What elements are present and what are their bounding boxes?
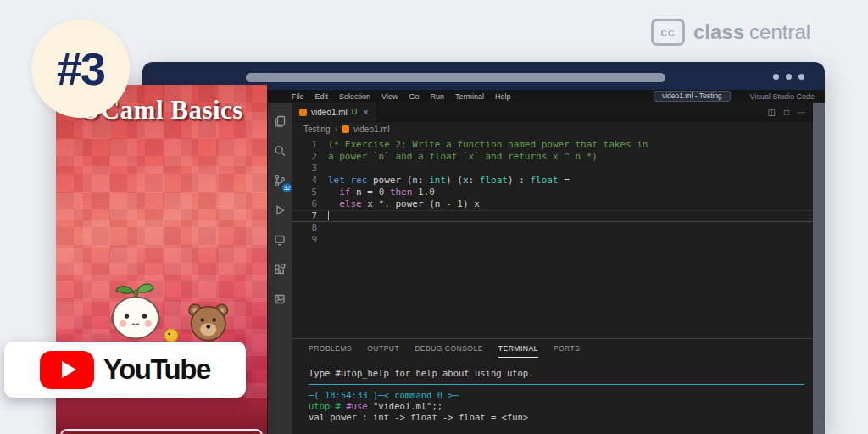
panel-tab-terminal[interactable]: TERMINAL bbox=[498, 339, 538, 358]
tab-label: video1.ml bbox=[311, 108, 348, 117]
cc-logo-icon: cc bbox=[651, 19, 685, 46]
code-token: n = bbox=[351, 186, 379, 198]
menu-bar: FileEditSelectionViewGoRunTerminalHelp v… bbox=[268, 90, 825, 103]
code-token bbox=[328, 198, 339, 209]
window-controls[interactable] bbox=[773, 74, 804, 80]
scm-badge: 32 bbox=[282, 183, 292, 192]
code-token: else bbox=[339, 198, 362, 209]
source-control-icon[interactable]: 32 bbox=[270, 170, 290, 191]
code-token: ) : bbox=[508, 175, 531, 186]
rank-number: #3 bbox=[57, 42, 104, 95]
menu-item-view[interactable]: View bbox=[381, 92, 398, 101]
menu-item-go[interactable]: Go bbox=[409, 92, 419, 101]
terminal-segment: "video1.ml";; bbox=[368, 401, 443, 411]
menu-item-run[interactable]: Run bbox=[430, 92, 444, 101]
terminal-line: utop # #use "video1.ml";; bbox=[309, 401, 804, 412]
code-line[interactable]: 1(* Exercise 2: Write a function named p… bbox=[292, 139, 813, 151]
code-token: : bbox=[418, 175, 429, 186]
line-number: 5 bbox=[292, 186, 328, 198]
tab-bar: video1.ml U × ◫ □ ⋯ bbox=[292, 103, 813, 122]
window-dot-icon[interactable] bbox=[786, 74, 792, 80]
terminal-output[interactable]: Type #utop_help for help about using uto… bbox=[292, 358, 813, 434]
menu-item-selection[interactable]: Selection bbox=[339, 92, 370, 101]
panel-tab-debug-console[interactable]: DEBUG CONSOLE bbox=[415, 339, 483, 358]
code-token: x bbox=[463, 175, 469, 186]
panel-tab-output[interactable]: OUTPUT bbox=[367, 339, 399, 358]
split-editor-icon[interactable]: ◫ bbox=[768, 108, 776, 117]
window-drag-handle[interactable] bbox=[246, 73, 665, 82]
chevron-right-icon: › bbox=[335, 125, 337, 134]
code-token: 1.0 bbox=[418, 186, 435, 198]
code-token: a power `n` and a float `x` and returns … bbox=[328, 151, 598, 162]
code-line[interactable]: 7 bbox=[292, 210, 813, 222]
code-token: (* Exercise 2: Write a function named po… bbox=[328, 139, 648, 150]
code-token: if bbox=[339, 186, 350, 198]
code-text: (* Exercise 2: Write a function named po… bbox=[328, 139, 648, 151]
extensions-icon[interactable] bbox=[270, 259, 290, 280]
code-token: 1 bbox=[457, 198, 463, 209]
explorer-icon[interactable] bbox=[270, 111, 290, 131]
terminal-line: val power : int -> float -> float = <fun… bbox=[309, 412, 804, 423]
terminal-segment: ─( 18:54:33 )─< command 0 >─ bbox=[309, 390, 459, 400]
code-token bbox=[412, 186, 418, 198]
line-number: 4 bbox=[292, 175, 328, 186]
menu-item-file[interactable]: File bbox=[292, 92, 304, 101]
menu-item-help[interactable]: Help bbox=[495, 92, 511, 101]
window-dot-icon[interactable] bbox=[773, 74, 779, 80]
code-text: let rec power (n: int) (x: float) : floa… bbox=[328, 175, 570, 186]
window-dot-icon[interactable] bbox=[798, 74, 804, 80]
promo-frame: Need a Study buddy? Try TamoStudy for fr… bbox=[60, 429, 263, 434]
search-icon[interactable] bbox=[270, 141, 290, 161]
code-line[interactable]: 6 else x *. power (n - 1) x bbox=[292, 198, 813, 210]
panel-tabs: PROBLEMSOUTPUTDEBUG CONSOLETERMINALPORTS bbox=[292, 339, 813, 358]
more-actions-icon[interactable]: ⋯ bbox=[798, 108, 806, 117]
line-number: 7 bbox=[292, 210, 328, 222]
promo-section: Need a Study buddy? Try TamoStudy for fr… bbox=[56, 398, 267, 434]
utop-separator-rule bbox=[309, 379, 804, 390]
layout-icon[interactable]: □ bbox=[784, 108, 789, 117]
character-chick bbox=[161, 329, 178, 342]
live-preview-icon[interactable] bbox=[270, 289, 290, 309]
panel-tab-ports[interactable]: PORTS bbox=[554, 339, 581, 358]
code-token: n bbox=[412, 175, 418, 186]
youtube-banner: YouTube bbox=[4, 342, 246, 398]
code-line[interactable]: 4let rec power (n: int) (x: float) : flo… bbox=[292, 175, 813, 186]
run-debug-icon[interactable] bbox=[270, 200, 290, 220]
code-token bbox=[328, 186, 339, 198]
brand-light: central bbox=[749, 20, 810, 43]
remote-explorer-icon[interactable] bbox=[270, 230, 290, 250]
command-center[interactable]: video1.ml - Testing bbox=[654, 91, 731, 102]
ocaml-file-icon bbox=[342, 125, 349, 133]
panel-tab-problems[interactable]: PROBLEMS bbox=[309, 339, 352, 358]
editor-actions: ◫ □ ⋯ bbox=[768, 103, 814, 121]
app-title: Visual Studio Code bbox=[750, 92, 815, 101]
close-icon[interactable]: × bbox=[363, 107, 368, 117]
code-token: float bbox=[480, 175, 508, 186]
breadcrumb-file[interactable]: video1.ml bbox=[353, 125, 390, 134]
line-number: 9 bbox=[292, 234, 328, 246]
code-token: int bbox=[429, 175, 446, 186]
code-token: ) x bbox=[463, 198, 480, 209]
page-background: FileEditSelectionViewGoRunTerminalHelp v… bbox=[0, 0, 868, 434]
code-token: let rec bbox=[328, 175, 367, 186]
terminal-segment: #use bbox=[346, 401, 367, 411]
menu-item-terminal[interactable]: Terminal bbox=[455, 92, 484, 101]
menu-item-edit[interactable]: Edit bbox=[315, 92, 329, 101]
page-scrollbar[interactable] bbox=[813, 103, 825, 434]
code-token: ) ( bbox=[446, 175, 463, 186]
code-line[interactable]: 3 bbox=[292, 163, 813, 175]
code-line[interactable]: 9 bbox=[292, 234, 813, 246]
breadcrumb-folder[interactable]: Testing bbox=[303, 125, 331, 134]
code-token: = bbox=[559, 175, 570, 186]
terminal-segment: utop # bbox=[309, 401, 341, 411]
vscode-body: 32 bbox=[268, 103, 825, 434]
code-text: else x *. power (n - 1) x bbox=[328, 198, 480, 210]
code-line[interactable]: 2a power `n` and a float `x` and returns… bbox=[292, 151, 813, 163]
code-text: a power `n` and a float `x` and returns … bbox=[328, 151, 598, 163]
code-line[interactable]: 5 if n = 0 then 1.0 bbox=[292, 186, 813, 198]
youtube-wordmark: YouTube bbox=[103, 353, 210, 386]
code-area[interactable]: 1(* Exercise 2: Write a function named p… bbox=[292, 136, 813, 338]
code-line[interactable]: 8 bbox=[292, 222, 813, 234]
tab-video1-ml[interactable]: video1.ml U × bbox=[292, 103, 377, 121]
code-token: then bbox=[390, 186, 413, 198]
